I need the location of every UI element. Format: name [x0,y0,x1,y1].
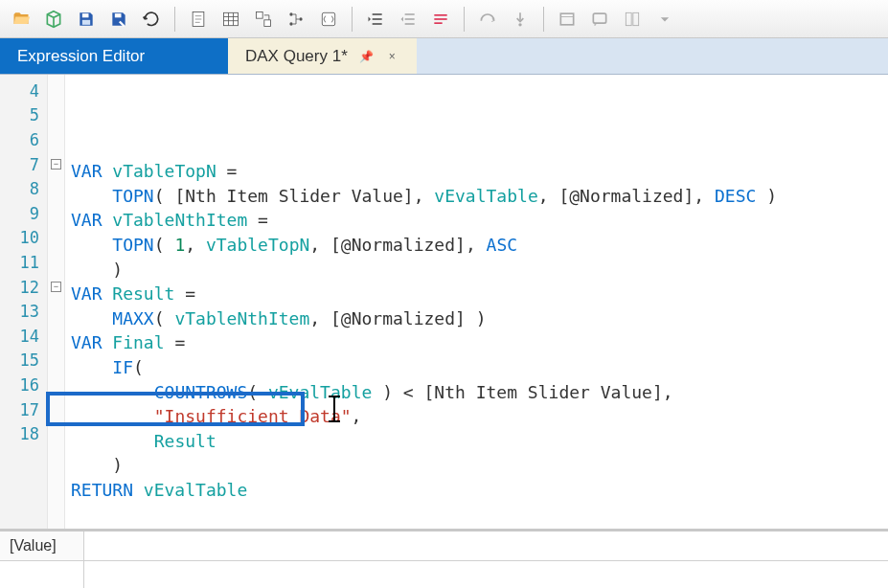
code-editor[interactable]: 456789101112131415161718 −− VAR vTableTo… [0,75,888,531]
code-line[interactable]: VAR Final = [71,330,888,355]
svg-rect-2 [115,13,122,17]
code-line[interactable]: IF( [71,355,888,380]
code-line[interactable]: ) [71,257,888,282]
save-as-icon[interactable] [103,4,134,34]
line-number: 15 [0,349,47,373]
code-line[interactable]: ) [71,453,888,478]
line-number: 13 [0,299,47,324]
code-line[interactable] [71,502,888,527]
tab-expression-label: Expression Editor [17,47,145,66]
code-line[interactable]: TOPN( [Nth Item Slider Value], vEvalTabl… [71,184,888,209]
results-body [0,561,888,588]
svg-point-28 [518,23,521,26]
fold-marker[interactable] [48,373,64,397]
line-number: 4 [0,79,47,103]
fold-marker[interactable]: − [48,275,64,300]
results-header: [Value] [0,531,888,561]
fold-marker[interactable] [48,397,64,422]
fold-marker[interactable] [48,201,64,226]
code-line[interactable]: MAXX( vTableNthItem, [@Normalized] ) [71,306,888,331]
outdent-icon[interactable] [393,4,423,34]
svg-rect-31 [593,13,605,23]
fold-marker[interactable] [48,250,64,275]
fold-marker[interactable] [48,421,64,446]
code-line[interactable]: VAR Result = [71,282,888,306]
separator [543,7,544,32]
layout-icon[interactable] [617,4,648,34]
indent-icon[interactable] [360,4,391,34]
fold-marker[interactable] [48,176,64,201]
text-caret [333,396,335,421]
script-icon[interactable] [313,4,344,34]
message-icon[interactable] [584,4,615,34]
pin-icon[interactable]: 📌 [355,48,377,65]
svg-rect-12 [257,11,263,18]
code-line[interactable]: RETURN vEvalTable [71,478,888,503]
code-line[interactable]: VAR vTableTopN = [71,159,888,184]
svg-point-15 [289,22,292,25]
line-number: 11 [0,250,47,275]
save-icon[interactable] [71,4,102,34]
line-number-gutter: 456789101112131415161718 [0,75,48,529]
fold-marker[interactable] [48,349,64,373]
svg-rect-1 [82,19,90,24]
fold-marker[interactable] [48,324,64,349]
svg-rect-13 [264,19,271,26]
folder-open-icon[interactable] [6,4,36,34]
cube-icon[interactable] [38,4,69,34]
line-number: 7 [0,152,47,177]
code-line[interactable]: TOPN( 1, vTableTopN, [@Normalized], ASC [71,233,888,258]
results-cell[interactable] [0,561,84,588]
line-number: 14 [0,324,47,349]
svg-point-16 [299,17,302,20]
code-line[interactable]: COUNTROWS( vEvalTable ) < [Nth Item Slid… [71,379,888,404]
svg-point-14 [289,12,292,15]
tab-query-label: DAX Query 1* [245,47,348,66]
toolbar [0,0,888,38]
results-grid: [Value] [0,531,888,588]
fold-marker[interactable] [48,299,64,324]
line-number: 8 [0,176,47,201]
page-icon[interactable] [183,4,214,34]
fold-marker[interactable] [48,226,64,251]
svg-rect-29 [560,13,573,25]
step-into-icon[interactable] [505,4,535,34]
line-number: 10 [0,226,47,251]
dropdown-icon[interactable] [649,4,680,34]
separator [464,7,465,32]
svg-rect-7 [224,12,239,25]
svg-rect-32 [626,12,631,25]
line-number: 16 [0,373,47,397]
table-icon[interactable] [216,4,246,34]
fold-gutter: −− [48,75,65,529]
line-number: 5 [0,103,47,128]
code-line[interactable]: Result [71,429,888,454]
line-number: 17 [0,397,47,422]
code-line[interactable]: "Insufficient Data", [71,404,888,429]
svg-rect-0 [82,13,89,17]
line-number: 9 [0,201,47,226]
fold-marker[interactable]: − [48,152,64,177]
results-column-header[interactable]: [Value] [0,531,84,560]
line-number: 12 [0,275,47,300]
comment-icon[interactable] [425,4,456,34]
tab-dax-query[interactable]: DAX Query 1* 📌 × [228,38,417,74]
fold-marker[interactable] [48,103,64,128]
tab-bar: Expression Editor DAX Query 1* 📌 × [0,38,888,75]
code-area[interactable]: VAR vTableTopN = TOPN( [Nth Item Slider … [65,75,888,529]
separator [352,7,353,32]
close-icon[interactable]: × [385,48,399,65]
svg-rect-33 [633,12,639,25]
tree-icon[interactable] [281,4,311,34]
refresh-icon[interactable] [136,4,167,34]
pivot-icon[interactable] [248,4,279,34]
fold-marker[interactable] [48,127,64,152]
code-line[interactable]: VAR vTableNthItem = [71,208,888,233]
tab-expression-editor[interactable]: Expression Editor [0,38,228,74]
line-number: 6 [0,127,47,152]
line-number: 18 [0,421,47,446]
fold-marker[interactable] [48,79,64,103]
step-over-icon[interactable] [472,4,503,34]
separator [174,7,175,32]
window-icon[interactable] [552,4,582,34]
